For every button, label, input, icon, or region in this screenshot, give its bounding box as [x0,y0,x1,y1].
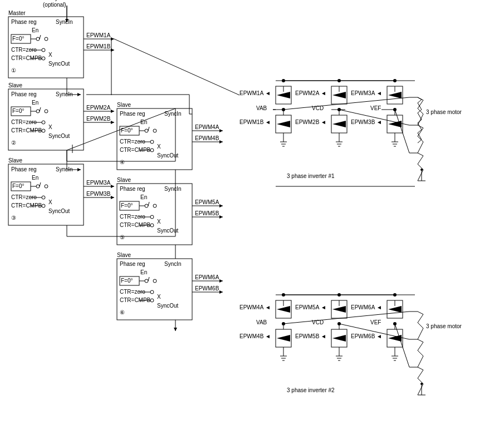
diagram-canvas [0,0,504,425]
